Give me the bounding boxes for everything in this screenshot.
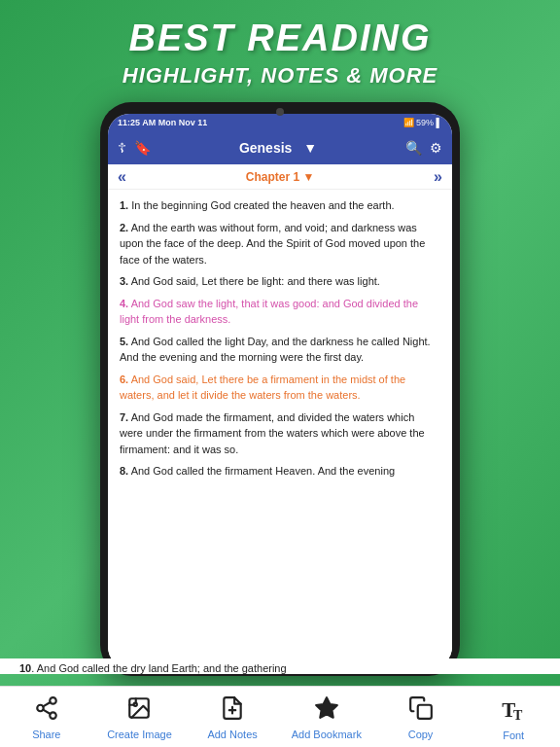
app-title: BEST READING [128, 18, 431, 59]
bible-content: 1. In the beginning God created the heav… [108, 190, 452, 668]
app-subtitle: HIGHLIGHT, NOTES & MORE [122, 63, 438, 89]
toolbar-share[interactable]: Share [13, 695, 81, 740]
status-bar: 11:25 AM Mon Nov 11 📶 59% ▌ [108, 114, 452, 131]
search-icon[interactable]: 🔍 [405, 140, 422, 156]
screen: 11:25 AM Mon Nov 11 📶 59% ▌ ☦ 🔖 Genesis … [108, 114, 452, 668]
toolbar-create-image[interactable]: Create Image [105, 695, 173, 740]
copy-icon [408, 695, 434, 725]
nav-book-title[interactable]: Genesis ▼ [239, 140, 317, 156]
prev-chapter-button[interactable]: « [118, 168, 126, 186]
chapter-label[interactable]: Chapter 1 ▼ [246, 170, 315, 184]
bottom-toolbar: Share Create Image Add Notes Add [0, 686, 560, 747]
verse-2: 2. And the earth was without form, and v… [120, 220, 440, 268]
footer-verse: 10. And God called the dry land Earth; a… [0, 658, 560, 674]
verse-6: 6. And God said, Let there be a firmamen… [120, 372, 440, 404]
grid-icon[interactable]: ☦ [118, 140, 126, 156]
verse-4: 4. And God saw the light, that it was go… [120, 296, 440, 328]
device-frame: 11:25 AM Mon Nov 11 📶 59% ▌ ☦ 🔖 Genesis … [100, 102, 460, 676]
nav-icons-right: 🔍 ⚙ [405, 140, 442, 156]
image-icon [126, 695, 152, 725]
status-icons: 📶 59% ▌ [403, 118, 442, 127]
verse-1: 1. In the beginning God created the heav… [120, 197, 440, 214]
toolbar-add-bookmark[interactable]: Add Bookmark [292, 695, 362, 740]
nav-icons-left: ☦ 🔖 [118, 140, 151, 156]
verse-3: 3. And God said, Let there be light: and… [120, 273, 440, 290]
toolbar-add-notes[interactable]: Add Notes [198, 695, 266, 740]
notes-icon [220, 695, 245, 725]
svg-marker-11 [316, 697, 337, 718]
add-notes-label: Add Notes [207, 729, 257, 740]
share-label: Share [32, 729, 60, 740]
verse-7: 7. And God made the firmament, and divid… [120, 409, 440, 458]
status-time: 11:25 AM Mon Nov 11 [118, 118, 207, 127]
copy-label: Copy [408, 729, 434, 740]
font-icon: T T [500, 694, 527, 726]
svg-text:T: T [513, 708, 523, 722]
next-chapter-button[interactable]: » [434, 168, 442, 186]
nav-bar: ☦ 🔖 Genesis ▼ 🔍 ⚙ [108, 131, 452, 164]
bookmarks-icon[interactable]: 🔖 [134, 140, 151, 156]
font-label: Font [503, 729, 524, 741]
chapter-bar: « Chapter 1 ▼ » [108, 164, 452, 190]
svg-line-3 [43, 710, 50, 714]
svg-line-4 [43, 702, 50, 706]
create-image-label: Create Image [107, 729, 172, 740]
share-icon [34, 695, 59, 725]
svg-rect-12 [417, 705, 431, 719]
device-notch [276, 108, 284, 116]
settings-icon[interactable]: ⚙ [430, 140, 442, 156]
add-bookmark-label: Add Bookmark [292, 729, 362, 740]
verse-8-partial: 8. And God called the firmament Heaven. … [120, 463, 440, 480]
toolbar-font[interactable]: T T Font [479, 694, 547, 741]
verse-5: 5. And God called the light Day, and the… [120, 334, 440, 366]
toolbar-copy[interactable]: Copy [387, 695, 455, 740]
bookmark-icon [314, 695, 339, 725]
